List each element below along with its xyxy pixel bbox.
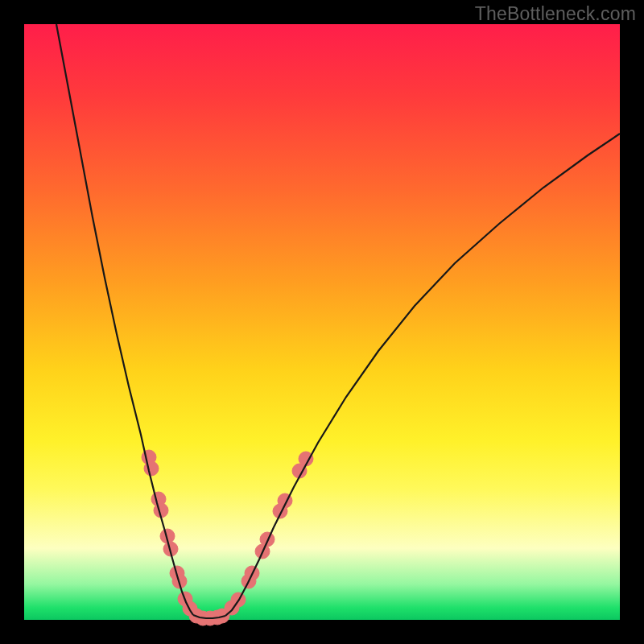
- plot-area: [24, 24, 620, 620]
- left-curve: [56, 24, 193, 615]
- watermark-text: TheBottleneck.com: [475, 3, 636, 25]
- highlight-dot: [144, 461, 159, 476]
- chart-svg: [24, 24, 620, 620]
- right-curve: [225, 134, 620, 616]
- chart-stage: TheBottleneck.com: [0, 0, 644, 644]
- highlight-dot: [260, 532, 275, 547]
